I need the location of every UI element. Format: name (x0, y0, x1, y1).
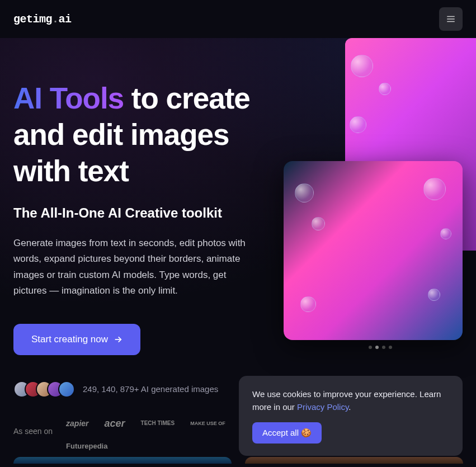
logo-text-suf: ai (59, 13, 72, 26)
hero-image-stack (275, 38, 476, 351)
hero-description: Generate images from text in seconds, ed… (13, 235, 260, 299)
feature-card[interactable] (13, 457, 232, 464)
seen-on-label: As seen on (13, 418, 53, 436)
arrow-right-icon (114, 335, 122, 344)
carousel-dot[interactable] (382, 346, 385, 349)
feature-cards-preview (13, 457, 463, 464)
hero-title: AI Tools to create and edit images with … (13, 80, 282, 190)
cookie-text: We use cookies to improve your experienc… (252, 388, 449, 413)
brand-futurepedia: Futurepedia (66, 442, 107, 450)
brand-makeuseof: MAKE USE OF (190, 421, 225, 426)
hero-title-gradient: AI Tools (13, 82, 124, 115)
generated-count: 249, 140, 879+ AI generated images (83, 384, 218, 394)
cta-label: Start creating now (31, 334, 108, 345)
privacy-policy-link[interactable]: Privacy Policy (297, 402, 348, 412)
brand-acer: acer (105, 418, 125, 430)
brand-techtimes: TECH TIMES (141, 421, 175, 426)
cookie-text-post: . (348, 402, 351, 412)
avatar (58, 381, 75, 398)
brand-logos: zapier acer TECH TIMES MAKE USE OF Futur… (66, 418, 245, 450)
brand-zapier: zapier (66, 419, 88, 428)
logo-dot: . (52, 13, 59, 26)
cookie-banner: We use cookies to improve your experienc… (239, 376, 463, 456)
avatar-stack (13, 381, 75, 398)
carousel-dot[interactable] (375, 346, 379, 349)
logo-text-pre: getimg (13, 13, 52, 26)
start-creating-button[interactable]: Start creating now (13, 324, 140, 355)
accept-cookies-button[interactable]: Accept all 🍪 (252, 422, 322, 444)
feature-card[interactable] (245, 457, 463, 464)
hero-subtitle: The All-In-One AI Creative toolkit (13, 205, 282, 221)
carousel-dots (369, 346, 392, 349)
carousel-dot[interactable] (389, 346, 392, 349)
showcase-image-front (284, 161, 463, 340)
hamburger-icon (446, 14, 456, 24)
menu-button[interactable] (439, 7, 463, 31)
logo[interactable]: getimg.ai (13, 13, 72, 26)
carousel-dot[interactable] (369, 346, 372, 349)
header: getimg.ai (0, 0, 476, 38)
